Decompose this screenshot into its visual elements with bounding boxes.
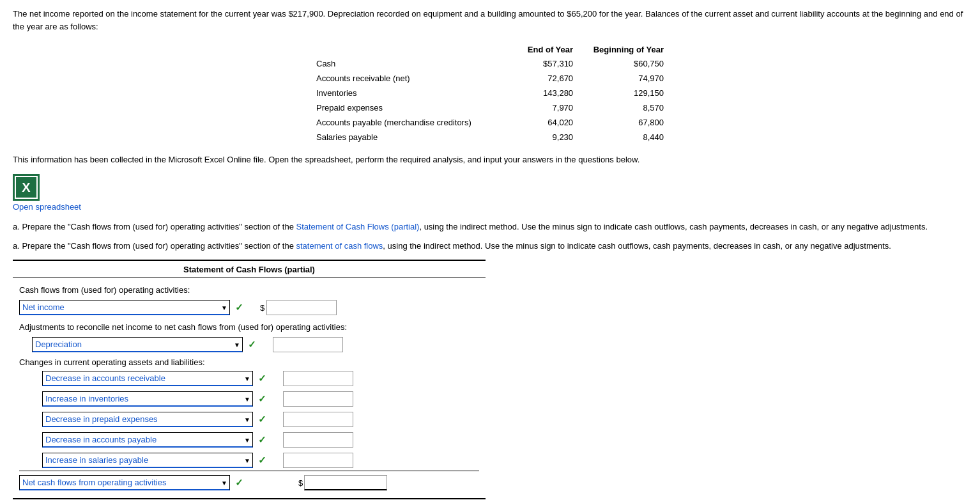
question-middle: , using the indirect method. Use the min…	[419, 222, 928, 231]
change-row-3: Decrease in accounts payable ▼ ✓	[19, 430, 479, 450]
net-income-dropdown-wrapper: Net income ▼	[19, 300, 230, 315]
net-income-check: ✓	[235, 302, 243, 313]
change-check-0: ✓	[258, 373, 266, 384]
change-input-1[interactable]	[283, 391, 353, 407]
table-row: Salaries payable 9,230 8,440	[311, 130, 669, 145]
col-begin-year-header: Beginning of Year	[578, 43, 669, 56]
net-income-dollar: $	[260, 303, 264, 313]
col-label-header	[311, 43, 516, 56]
row-label: Cash	[311, 56, 516, 71]
svg-text:X: X	[22, 180, 31, 194]
change-dropdown-3[interactable]: Decrease in accounts payable	[42, 432, 253, 448]
change-amount-area-1	[283, 391, 353, 407]
row-label: Accounts payable (merchandise creditors)	[311, 115, 516, 130]
net-cash-check: ✓	[235, 477, 243, 488]
depreciation-check: ✓	[248, 339, 256, 350]
depreciation-input[interactable]	[273, 337, 343, 352]
row-end-year: 9,230	[516, 130, 578, 145]
net-cash-row: Net cash flows from operating activities…	[19, 471, 479, 493]
change-input-2[interactable]	[283, 412, 353, 427]
change-row-0: Decrease in accounts receivable ▼ ✓	[19, 368, 479, 389]
change-dropdown-wrapper-1: Increase in inventories ▼	[42, 391, 253, 407]
row-begin-year: 74,970	[578, 71, 669, 86]
adjustments-text: Adjustments to reconcile net income to n…	[19, 318, 479, 334]
change-check-1: ✓	[258, 393, 266, 405]
row-end-year: 7,970	[516, 100, 578, 115]
row-begin-year: 8,440	[578, 130, 669, 145]
excel-area: X	[13, 174, 967, 201]
changes-header: Changes in current operating assets and …	[19, 355, 479, 368]
excel-icon[interactable]: X	[13, 174, 40, 201]
table-row: Inventories 143,280 129,150	[311, 86, 669, 100]
question-prefix: a. Prepare the "Cash flows from (used fo…	[13, 222, 296, 231]
statement-link[interactable]: statement of cash flows	[296, 241, 383, 251]
question-text-2: a. Prepare the "Cash flows from (used fo…	[13, 240, 967, 253]
table-row: Accounts receivable (net) 72,670 74,970	[311, 71, 669, 86]
col-end-year-header: End of Year	[516, 43, 578, 56]
row-label: Prepaid expenses	[311, 100, 516, 115]
table-row: Accounts payable (merchandise creditors)…	[311, 115, 669, 130]
statement-title: Statement of Cash Flows (partial)	[13, 261, 486, 277]
change-dropdown-1[interactable]: Increase in inventories	[42, 391, 253, 407]
table-row: Cash $57,310 $60,750	[311, 56, 669, 71]
depreciation-amount-area	[273, 337, 343, 352]
change-amount-area-0	[283, 371, 353, 386]
row-label: Salaries payable	[311, 130, 516, 145]
section-header: Cash flows from (used for) operating act…	[19, 281, 479, 297]
row-begin-year: 129,150	[578, 86, 669, 100]
change-dropdown-wrapper-4: Increase in salaries payable ▼	[42, 453, 253, 468]
change-row-1: Increase in inventories ▼ ✓	[19, 389, 479, 409]
change-dropdown-wrapper-3: Decrease in accounts payable ▼	[42, 432, 253, 448]
row-end-year: $57,310	[516, 56, 578, 71]
row-begin-year: 8,570	[578, 100, 669, 115]
net-income-input[interactable]	[266, 300, 337, 315]
change-dropdown-0[interactable]: Decrease in accounts receivable	[42, 371, 253, 386]
change-amount-area-2	[283, 412, 353, 427]
changes-rows: Decrease in accounts receivable ▼ ✓ Incr…	[19, 368, 479, 471]
info-text: This information has been collected in t…	[13, 153, 967, 166]
net-income-dropdown[interactable]: Net income	[19, 300, 230, 315]
net-cash-input[interactable]	[304, 475, 387, 490]
change-amount-area-3	[283, 432, 353, 448]
change-check-4: ✓	[258, 455, 266, 466]
change-dropdown-wrapper-0: Decrease in accounts receivable ▼	[42, 371, 253, 386]
net-income-amount-area: $	[260, 300, 337, 315]
row-end-year: 64,020	[516, 115, 578, 130]
question-text: a. Prepare the "Cash flows from (used fo…	[13, 221, 967, 234]
open-spreadsheet-link[interactable]: Open spreadsheet	[13, 202, 967, 212]
change-dropdown-wrapper-2: Decrease in prepaid expenses ▼	[42, 412, 253, 427]
change-row-4: Increase in salaries payable ▼ ✓	[19, 450, 479, 471]
row-label: Inventories	[311, 86, 516, 100]
net-income-row: Net income ▼ ✓ $	[19, 297, 479, 318]
net-cash-dropdown[interactable]: Net cash flows from operating activities	[19, 475, 230, 490]
net-cash-dollar: $	[298, 478, 303, 488]
change-row-2: Decrease in prepaid expenses ▼ ✓	[19, 409, 479, 430]
change-input-0[interactable]	[283, 371, 353, 386]
depreciation-dropdown[interactable]: Depreciation	[32, 337, 243, 352]
row-label: Accounts receivable (net)	[311, 71, 516, 86]
change-dropdown-4[interactable]: Increase in salaries payable	[42, 453, 253, 468]
row-end-year: 72,670	[516, 71, 578, 86]
change-dropdown-2[interactable]: Decrease in prepaid expenses	[42, 412, 253, 427]
statement-of-cash-flows-link[interactable]: Statement of Cash Flows (partial)	[296, 222, 420, 231]
row-end-year: 143,280	[516, 86, 578, 100]
row-begin-year: $60,750	[578, 56, 669, 71]
depreciation-dropdown-wrapper: Depreciation ▼	[32, 337, 243, 352]
net-cash-dropdown-wrapper: Net cash flows from operating activities…	[19, 475, 230, 490]
change-input-3[interactable]	[283, 432, 353, 448]
statement-container: Statement of Cash Flows (partial) Cash f…	[13, 260, 486, 499]
row-begin-year: 67,800	[578, 115, 669, 130]
change-input-4[interactable]	[283, 453, 353, 468]
depreciation-row: Depreciation ▼ ✓	[19, 334, 479, 355]
change-check-3: ✓	[258, 434, 266, 446]
net-cash-amount-area: $	[298, 475, 387, 490]
table-row: Prepaid expenses 7,970 8,570	[311, 100, 669, 115]
change-check-2: ✓	[258, 414, 266, 425]
change-amount-area-4	[283, 453, 353, 468]
balance-table: End of Year Beginning of Year Cash $57,3…	[311, 43, 669, 145]
intro-paragraph: The net income reported on the income st…	[13, 8, 967, 33]
